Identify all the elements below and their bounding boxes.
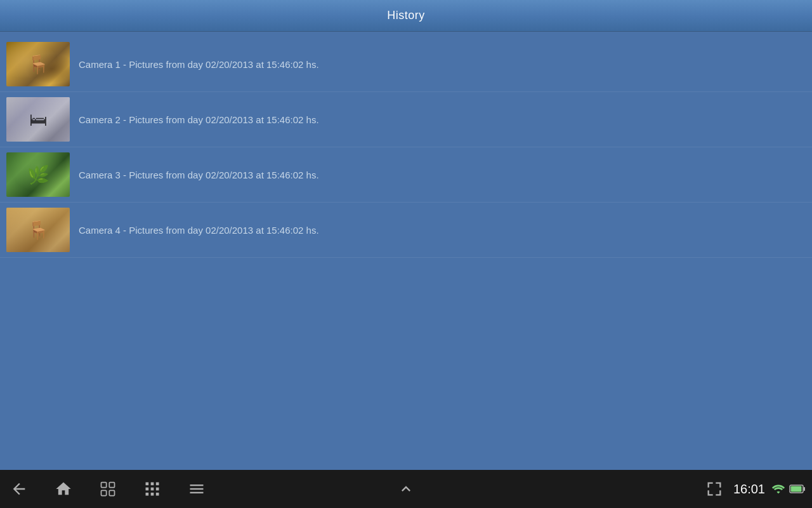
svg-rect-18 xyxy=(791,486,802,492)
camera-thumbnail-1 xyxy=(6,42,70,86)
history-item-1[interactable]: Camera 1 - Pictures from day 02/20/2013 … xyxy=(0,37,812,92)
svg-rect-12 xyxy=(156,493,159,496)
home-button[interactable] xyxy=(51,476,76,502)
camera-thumbnail-4 xyxy=(6,208,70,252)
menu-button[interactable] xyxy=(184,476,209,502)
recent-apps-button[interactable] xyxy=(95,476,121,502)
svg-rect-5 xyxy=(146,488,149,491)
svg-rect-13 xyxy=(190,485,204,486)
back-button[interactable] xyxy=(6,476,32,502)
camera-thumbnail-3 xyxy=(6,152,70,197)
nav-right-group: 16:01 xyxy=(539,476,806,502)
camera-label-3: Camera 3 - Pictures from day 02/20/2013 … xyxy=(79,170,319,180)
status-time: 16:01 xyxy=(733,482,765,497)
wifi-icon xyxy=(771,483,785,495)
nav-bar: 16:01 xyxy=(0,470,812,508)
svg-rect-8 xyxy=(151,488,154,491)
svg-rect-14 xyxy=(190,488,204,490)
title-bar: History xyxy=(0,0,812,32)
up-button[interactable] xyxy=(393,476,419,502)
battery-icon xyxy=(789,484,806,494)
camera-thumbnail-2 xyxy=(6,97,70,142)
history-item-2[interactable]: Camera 2 - Pictures from day 02/20/2013 … xyxy=(0,92,812,147)
svg-rect-10 xyxy=(156,483,159,486)
svg-rect-1 xyxy=(109,483,114,488)
nav-center-group xyxy=(273,476,539,502)
svg-rect-3 xyxy=(109,490,114,495)
qr-button[interactable] xyxy=(140,476,165,502)
camera-label-1: Camera 1 - Pictures from day 02/20/2013 … xyxy=(79,59,319,70)
camera-label-2: Camera 2 - Pictures from day 02/20/2013 … xyxy=(79,114,319,125)
svg-rect-7 xyxy=(151,483,154,486)
svg-rect-17 xyxy=(804,487,806,491)
svg-rect-4 xyxy=(146,483,149,486)
page-title: History xyxy=(387,9,425,22)
svg-rect-11 xyxy=(156,488,159,491)
expand-button[interactable] xyxy=(702,476,727,502)
status-icons xyxy=(771,483,806,495)
nav-left-group xyxy=(6,476,273,502)
svg-rect-2 xyxy=(102,490,107,495)
svg-rect-6 xyxy=(146,493,149,496)
history-item-4[interactable]: Camera 4 - Pictures from day 02/20/2013 … xyxy=(0,203,812,258)
history-item-3[interactable]: Camera 3 - Pictures from day 02/20/2013 … xyxy=(0,147,812,203)
camera-label-4: Camera 4 - Pictures from day 02/20/2013 … xyxy=(79,225,319,236)
svg-rect-15 xyxy=(190,492,204,493)
svg-rect-0 xyxy=(102,483,107,488)
main-content: Camera 1 - Pictures from day 02/20/2013 … xyxy=(0,32,812,470)
svg-rect-9 xyxy=(151,493,154,496)
